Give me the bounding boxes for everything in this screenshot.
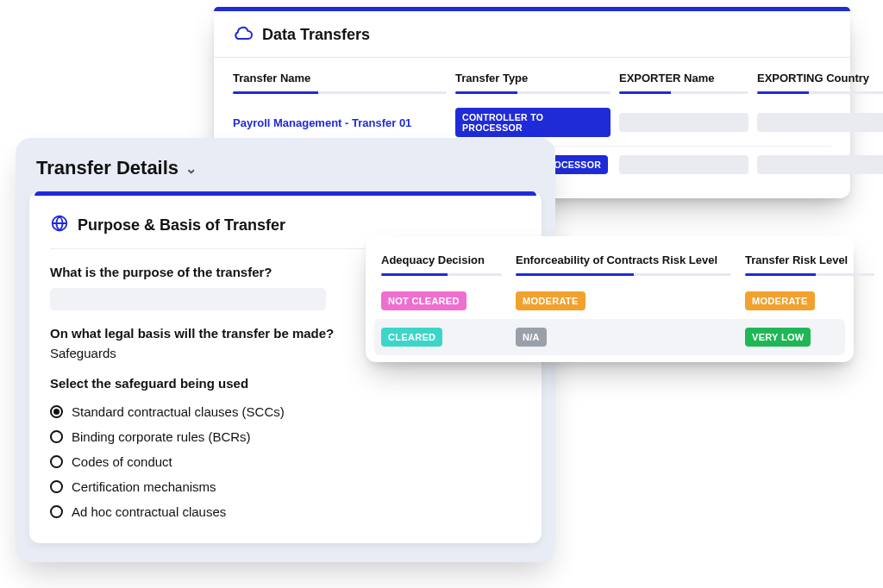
transfer-details-title: Transfer Details xyxy=(36,157,178,179)
col-enforceability[interactable]: Enforceability of Contracts Risk Level xyxy=(516,250,731,283)
exporter-name-placeholder xyxy=(619,155,748,174)
purpose-input[interactable] xyxy=(50,288,326,310)
col-exporter-name[interactable]: EXPORTER Name xyxy=(619,63,748,99)
table-row[interactable]: CLEARED N/A VERY LOW xyxy=(374,319,845,355)
safeguard-label: Certification mechanisms xyxy=(72,479,216,494)
safeguard-option-sccs[interactable]: Standard contractual clauses (SCCs) xyxy=(50,399,521,424)
purpose-basis-title: Purpose & Basis of Transfer xyxy=(78,216,285,235)
enforceability-badge: N/A xyxy=(516,328,547,347)
col-adequacy[interactable]: Adequacy Decision xyxy=(381,250,502,283)
transfer-risk-badge: VERY LOW xyxy=(745,328,811,347)
safeguard-radio-group: Standard contractual clauses (SCCs) Bind… xyxy=(50,399,521,524)
safeguard-option-adhoc[interactable]: Ad hoc contractual clauses xyxy=(50,499,521,524)
globe-icon xyxy=(50,214,69,236)
safeguard-option-bcrs[interactable]: Binding corporate rules (BCRs) xyxy=(50,424,521,449)
table-row[interactable]: NOT CLEARED MODERATE MODERATE xyxy=(381,283,838,319)
safeguard-option-cert[interactable]: Certification mechanisms xyxy=(50,474,521,499)
chevron-down-icon: ⌄ xyxy=(185,160,197,177)
col-transfer-type[interactable]: Transfer Type xyxy=(455,63,611,99)
exporting-country-placeholder xyxy=(757,155,883,174)
exporting-country-placeholder xyxy=(757,113,883,132)
safeguard-label: Codes of conduct xyxy=(72,454,172,469)
cloud-icon xyxy=(233,22,254,47)
safeguard-label: Standard contractual clauses (SCCs) xyxy=(72,404,285,419)
enforceability-badge: MODERATE xyxy=(516,291,586,310)
radio-icon xyxy=(50,405,63,418)
safeguard-option-codes[interactable]: Codes of conduct xyxy=(50,449,521,474)
question-safeguard: Select the safeguard being used xyxy=(50,376,521,391)
radio-icon xyxy=(50,480,63,493)
safeguard-label: Ad hoc contractual clauses xyxy=(72,504,226,519)
transfer-risk-badge: MODERATE xyxy=(745,291,815,310)
radio-icon xyxy=(50,455,63,468)
col-exporting-country[interactable]: EXPORTING Country xyxy=(757,63,883,99)
col-transfer-risk[interactable]: Transfer Risk Level xyxy=(745,250,874,283)
data-transfers-header: Data Transfers xyxy=(214,7,850,58)
risk-card: Adequacy Decision Enforceability of Cont… xyxy=(366,236,854,362)
adequacy-badge: CLEARED xyxy=(381,328,442,347)
adequacy-badge: NOT CLEARED xyxy=(381,291,467,310)
transfer-details-title-row[interactable]: Transfer Details ⌄ xyxy=(29,153,542,191)
col-transfer-name[interactable]: Transfer Name xyxy=(233,63,447,99)
exporter-name-placeholder xyxy=(619,113,748,132)
risk-columns: Adequacy Decision Enforceability of Cont… xyxy=(381,236,838,283)
safeguard-label: Binding corporate rules (BCRs) xyxy=(72,429,251,444)
data-transfers-columns: Transfer Name Transfer Type EXPORTER Nam… xyxy=(233,63,831,99)
data-transfers-title: Data Transfers xyxy=(262,26,370,44)
radio-icon xyxy=(50,505,63,518)
transfer-type-pill: CONTROLLER TO PROCESSOR xyxy=(455,108,611,137)
radio-icon xyxy=(50,430,63,443)
transfer-name-link[interactable]: Payroll Management - Transfer 01 xyxy=(233,116,447,129)
